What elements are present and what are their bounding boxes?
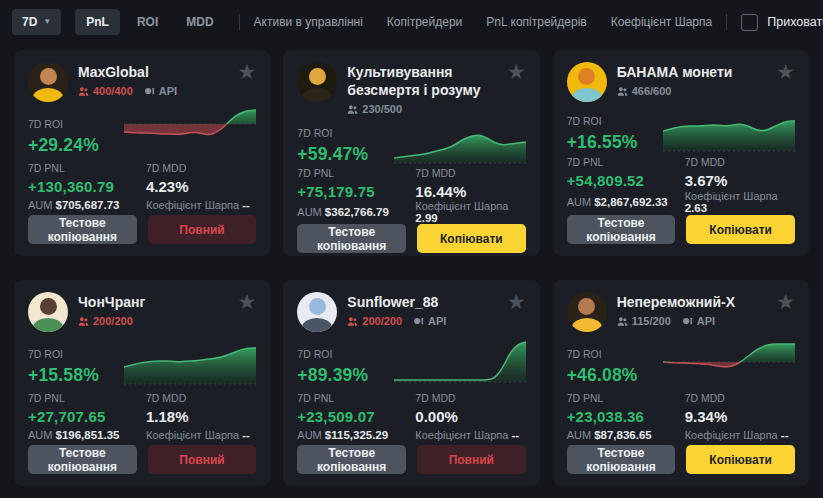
- mdd-value: 16.44%: [415, 183, 525, 200]
- api-badge: API: [682, 315, 715, 327]
- favorite-star-icon[interactable]: ★: [776, 62, 795, 82]
- aum-label: AUM: [28, 429, 52, 441]
- nav-item[interactable]: Активи в управлінні: [254, 15, 363, 29]
- sharpe-label: Коефіцієнт Шарпа: [146, 199, 239, 211]
- roi-block: 7D ROI +46.08%: [567, 348, 638, 386]
- trader-card[interactable]: БАНАМА монети 466/600 API: [553, 50, 809, 256]
- roi-block: 7D ROI +29.24%: [28, 118, 99, 156]
- test-copy-button[interactable]: Тестове копіювання: [28, 445, 137, 474]
- trader-info: ЧонЧранг 200/200 API: [78, 292, 228, 327]
- avatar: [567, 62, 607, 102]
- test-copy-button[interactable]: Тестове копіювання: [297, 445, 406, 474]
- members-count: 230/500: [362, 103, 402, 115]
- members-badge: 400/400: [78, 85, 133, 97]
- roi-chart-row: 7D ROI +46.08%: [567, 338, 795, 386]
- chevron-down-icon: ▼: [43, 18, 51, 26]
- copy-button[interactable]: Повний: [148, 445, 257, 474]
- sort-nav: Активи в управлінніКопітрейдериPnL копіт…: [254, 15, 713, 29]
- pnl-sparkline-chart: [663, 338, 795, 386]
- members-count: 200/200: [362, 315, 402, 327]
- test-copy-button[interactable]: Тестове копіювання: [297, 224, 406, 253]
- sharpe-block: Коефіцієнт Шарпа --: [685, 429, 795, 441]
- nav-item[interactable]: PnL копітрейдерів: [486, 15, 586, 29]
- hide-filled-checkbox[interactable]: [741, 14, 758, 31]
- api-badge: API: [413, 315, 446, 327]
- favorite-star-icon[interactable]: ★: [507, 292, 526, 312]
- trader-card[interactable]: Культивування безсмертя і розуму 230/500: [283, 50, 539, 256]
- card-header: Sunflower_88 200/200 API: [297, 292, 525, 332]
- badges-row: 200/200 API: [347, 315, 497, 327]
- badges-row: 200/200 API: [78, 315, 228, 327]
- avatar-body: [33, 318, 63, 332]
- cards-grid: MaxGlobal 400/400 API: [0, 42, 823, 486]
- metric-tab-roi[interactable]: ROI: [126, 9, 169, 35]
- pnl-value: +130,360.79: [28, 178, 146, 195]
- metric-tab-pnl[interactable]: PnL: [75, 9, 120, 35]
- members-icon: [617, 87, 628, 96]
- mdd-label: 7D MDD: [146, 162, 256, 174]
- copy-button[interactable]: Копіювати: [686, 215, 795, 244]
- copy-button[interactable]: Повний: [148, 215, 257, 244]
- favorite-star-icon[interactable]: ★: [776, 292, 795, 312]
- trader-name: БАНАМА монети: [617, 62, 767, 81]
- members-icon: [78, 87, 89, 96]
- pnl-mdd-row: 7D PNL +130,360.79 7D MDD 4.23%: [28, 162, 256, 195]
- mdd-block: 7D MDD 0.00%: [415, 392, 525, 425]
- trader-name: Sunflower_88: [347, 292, 497, 311]
- pnl-block: 7D PNL +54,809.52: [567, 156, 685, 189]
- members-badge: 200/200: [347, 315, 402, 327]
- favorite-star-icon[interactable]: ★: [238, 62, 257, 82]
- mdd-block: 7D MDD 1.18%: [146, 392, 256, 425]
- card-header: Культивування безсмертя і розуму 230/500: [297, 62, 525, 115]
- avatar: [28, 62, 68, 102]
- roi-label: 7D ROI: [28, 118, 99, 130]
- members-count: 115/200: [632, 315, 671, 327]
- members-badge: 230/500: [347, 103, 402, 115]
- copy-button[interactable]: Копіювати: [686, 445, 795, 474]
- copy-button[interactable]: Повний: [417, 445, 526, 474]
- sharpe-label: Коефіцієнт Шарпа: [415, 429, 508, 441]
- roi-chart-row: 7D ROI +59.47%: [297, 117, 525, 165]
- mdd-label: 7D MDD: [146, 392, 256, 404]
- test-copy-button[interactable]: Тестове копіювання: [567, 445, 676, 474]
- pnl-value: +54,809.52: [567, 172, 685, 189]
- trader-info: Sunflower_88 200/200 API: [347, 292, 497, 327]
- trader-card[interactable]: ЧонЧранг 200/200 API: [14, 280, 270, 486]
- copy-button[interactable]: Копіювати: [417, 224, 526, 253]
- favorite-star-icon[interactable]: ★: [238, 292, 257, 312]
- aum-sharpe-row: AUM $87,836.65 Коефіцієнт Шарпа --: [567, 429, 795, 441]
- trader-name: Непереможний-X: [617, 292, 767, 311]
- metric-tab-mdd[interactable]: MDD: [175, 9, 224, 35]
- members-count: 400/400: [93, 85, 133, 97]
- trader-card[interactable]: Непереможний-X 115/200 API: [553, 280, 809, 486]
- test-copy-button[interactable]: Тестове копіювання: [28, 215, 137, 244]
- aum-value: $115,325.29: [325, 429, 388, 441]
- roi-label: 7D ROI: [297, 127, 368, 139]
- nav-item[interactable]: Копітрейдери: [387, 15, 462, 29]
- favorite-star-icon[interactable]: ★: [507, 62, 526, 82]
- members-count: 466/600: [632, 85, 672, 97]
- test-copy-button[interactable]: Тестове копіювання: [567, 215, 676, 244]
- members-icon: [617, 317, 628, 326]
- aum-value: $196,851.35: [56, 429, 120, 441]
- pnl-mdd-row: 7D PNL +75,179.75 7D MDD 16.44%: [297, 167, 525, 200]
- trader-card[interactable]: Sunflower_88 200/200 API: [283, 280, 539, 486]
- aum-label: AUM: [567, 196, 591, 208]
- period-dropdown[interactable]: 7D ▼: [12, 9, 61, 35]
- sharpe-block: Коефіцієнт Шарпа --: [146, 199, 256, 211]
- mdd-value: 0.00%: [415, 408, 525, 425]
- avatar-head: [578, 298, 595, 315]
- trader-card[interactable]: MaxGlobal 400/400 API: [14, 50, 270, 256]
- trader-name: MaxGlobal: [78, 62, 228, 81]
- aum-value: $705,687.73: [56, 199, 120, 211]
- aum-sharpe-row: AUM $2,867,692.33 Коефіцієнт Шарпа 2.63: [567, 190, 795, 214]
- mdd-label: 7D MDD: [685, 156, 795, 168]
- avatar-head: [309, 68, 326, 85]
- card-actions: Тестове копіювання Копіювати: [567, 215, 795, 244]
- aum-block: AUM $2,867,692.33: [567, 196, 685, 208]
- pnl-mdd-row: 7D PNL +54,809.52 7D MDD 3.67%: [567, 156, 795, 189]
- avatar: [297, 62, 337, 102]
- aum-label: AUM: [567, 429, 591, 441]
- pnl-mdd-row: 7D PNL +27,707.65 7D MDD 1.18%: [28, 392, 256, 425]
- nav-item[interactable]: Коефіцієнт Шарпа: [611, 15, 713, 29]
